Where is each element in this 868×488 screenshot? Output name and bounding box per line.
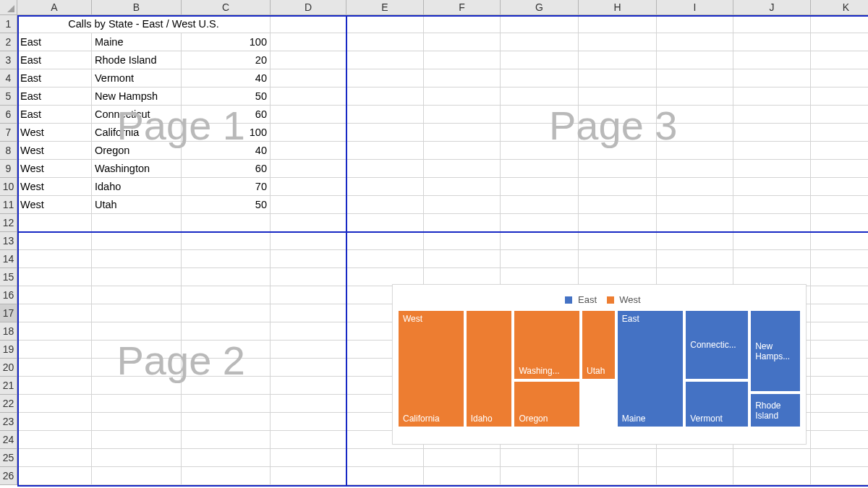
row-header-12[interactable]: 12 xyxy=(0,214,17,232)
cell-J9[interactable] xyxy=(733,160,811,178)
cell-I8[interactable] xyxy=(657,142,733,160)
cell-F13[interactable] xyxy=(424,232,501,250)
cell-A24[interactable] xyxy=(17,431,92,449)
cell-D21[interactable] xyxy=(271,377,346,395)
cell-G6[interactable] xyxy=(501,106,579,124)
cell-A11[interactable]: West xyxy=(17,196,92,214)
cell-D18[interactable] xyxy=(271,322,346,341)
cell-K1[interactable] xyxy=(811,15,868,33)
cell-D1[interactable] xyxy=(271,15,346,33)
cell-E10[interactable] xyxy=(346,178,424,196)
cell-E14[interactable] xyxy=(346,250,424,268)
cell-K3[interactable] xyxy=(811,51,868,69)
cell-H1[interactable] xyxy=(579,15,657,33)
cell-F2[interactable] xyxy=(424,33,501,51)
cell-D2[interactable] xyxy=(271,33,346,51)
cell-D5[interactable] xyxy=(271,87,346,106)
cell-A20[interactable] xyxy=(17,359,92,377)
cell-A4[interactable]: East xyxy=(17,69,92,87)
cell-A9[interactable]: West xyxy=(17,160,92,178)
cell-C22[interactable] xyxy=(182,395,271,413)
cell-B10[interactable]: Idaho xyxy=(92,178,182,196)
row-header-6[interactable]: 6 xyxy=(0,106,17,124)
cell-K16[interactable] xyxy=(811,286,868,304)
cell-B18[interactable] xyxy=(92,322,182,341)
cell-E5[interactable] xyxy=(346,87,424,106)
cell-I14[interactable] xyxy=(657,250,733,268)
cell-E4[interactable] xyxy=(346,69,424,87)
tile-east-new-hampshire[interactable]: New Hamps... xyxy=(751,311,800,391)
cell-D19[interactable] xyxy=(271,341,346,359)
cell-D16[interactable] xyxy=(271,286,346,304)
cell-D24[interactable] xyxy=(271,431,346,449)
cell-K9[interactable] xyxy=(811,160,868,178)
cell-B6[interactable]: Connecticut xyxy=(92,106,182,124)
cell-H10[interactable] xyxy=(579,178,657,196)
row-header-19[interactable]: 19 xyxy=(0,341,17,359)
cell-K19[interactable] xyxy=(811,341,868,359)
cell-B26[interactable] xyxy=(92,467,182,485)
cell-F26[interactable] xyxy=(424,467,501,485)
page-break-horizontal[interactable] xyxy=(17,231,868,233)
col-header-E[interactable]: E xyxy=(346,0,424,15)
cell-G14[interactable] xyxy=(501,250,579,268)
cell-A14[interactable] xyxy=(17,250,92,268)
cell-B16[interactable] xyxy=(92,286,182,304)
cell-J8[interactable] xyxy=(733,142,811,160)
cell-C8[interactable]: 40 xyxy=(182,142,271,160)
cell-A3[interactable]: East xyxy=(17,51,92,69)
cell-D3[interactable] xyxy=(271,51,346,69)
cell-K17[interactable] xyxy=(811,304,868,322)
cell-K11[interactable] xyxy=(811,196,868,214)
cell-F10[interactable] xyxy=(424,178,501,196)
cell-A21[interactable] xyxy=(17,377,92,395)
row-header-13[interactable]: 13 xyxy=(0,232,17,250)
cell-C24[interactable] xyxy=(182,431,271,449)
cell-A19[interactable] xyxy=(17,341,92,359)
cell-C15[interactable] xyxy=(182,268,271,286)
cell-G7[interactable] xyxy=(501,124,579,142)
cell-G12[interactable] xyxy=(501,214,579,232)
row-header-3[interactable]: 3 xyxy=(0,51,17,69)
cell-F8[interactable] xyxy=(424,142,501,160)
cell-I2[interactable] xyxy=(657,33,733,51)
cell-E3[interactable] xyxy=(346,51,424,69)
cell-J10[interactable] xyxy=(733,178,811,196)
cell-A6[interactable]: East xyxy=(17,106,92,124)
cell-H14[interactable] xyxy=(579,250,657,268)
cell-B23[interactable] xyxy=(92,413,182,431)
cell-C18[interactable] xyxy=(182,322,271,341)
cell-K26[interactable] xyxy=(811,467,868,485)
cell-C3[interactable]: 20 xyxy=(182,51,271,69)
cell-F5[interactable] xyxy=(424,87,501,106)
cell-G10[interactable] xyxy=(501,178,579,196)
cell-C11[interactable]: 50 xyxy=(182,196,271,214)
cell-E26[interactable] xyxy=(346,467,424,485)
cell-C26[interactable] xyxy=(182,467,271,485)
cell-F12[interactable] xyxy=(424,214,501,232)
col-header-H[interactable]: H xyxy=(579,0,657,15)
col-header-J[interactable]: J xyxy=(733,0,811,15)
cell-C20[interactable] xyxy=(182,359,271,377)
cell-D13[interactable] xyxy=(271,232,346,250)
cell-J1[interactable] xyxy=(733,15,811,33)
cell-K18[interactable] xyxy=(811,322,868,341)
cell-C19[interactable] xyxy=(182,341,271,359)
cell-H2[interactable] xyxy=(579,33,657,51)
cell-D12[interactable] xyxy=(271,214,346,232)
cell-I12[interactable] xyxy=(657,214,733,232)
cell-D9[interactable] xyxy=(271,160,346,178)
row-header-23[interactable]: 23 xyxy=(0,413,17,431)
cell-A26[interactable] xyxy=(17,467,92,485)
cell-B12[interactable] xyxy=(92,214,182,232)
page-break-vertical[interactable] xyxy=(346,15,347,485)
cell-C12[interactable] xyxy=(182,214,271,232)
cell-A8[interactable]: West xyxy=(17,142,92,160)
cell-F4[interactable] xyxy=(424,69,501,87)
cell-B20[interactable] xyxy=(92,359,182,377)
cell-F6[interactable] xyxy=(424,106,501,124)
cell-B8[interactable]: Oregon xyxy=(92,142,182,160)
cell-J5[interactable] xyxy=(733,87,811,106)
tile-west-utah[interactable]: Utah xyxy=(582,311,615,379)
cell-E25[interactable] xyxy=(346,449,424,467)
